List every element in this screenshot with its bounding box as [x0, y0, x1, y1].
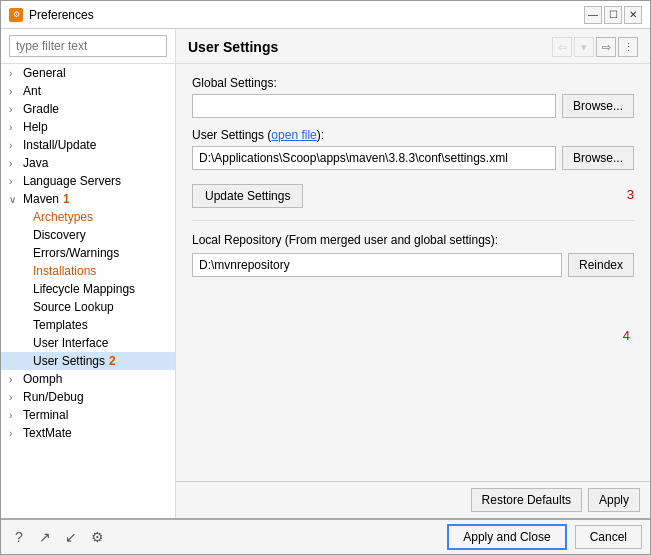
sidebar: › General › Ant › Gradle › Help › Inst — [1, 29, 176, 518]
open-file-link[interactable]: open file — [271, 128, 316, 142]
sidebar-item-lifecycle-mappings[interactable]: Lifecycle Mappings — [1, 280, 175, 298]
sidebar-item-label: Language Servers — [23, 174, 121, 188]
menu-button[interactable]: ⋮ — [618, 37, 638, 57]
maven-badge: 1 — [63, 192, 70, 206]
forward-button[interactable]: ⇨ — [596, 37, 616, 57]
expand-arrow: › — [9, 104, 21, 115]
close-button[interactable]: ✕ — [624, 6, 642, 24]
update-settings-button[interactable]: Update Settings — [192, 184, 303, 208]
sidebar-item-label: Maven — [23, 192, 59, 206]
sidebar-item-label: Install/Update — [23, 138, 96, 152]
tree-area: › General › Ant › Gradle › Help › Inst — [1, 64, 175, 518]
expand-arrow: › — [9, 428, 21, 439]
sidebar-item-label: TextMate — [23, 426, 72, 440]
sidebar-item-ant[interactable]: › Ant — [1, 82, 175, 100]
back-button[interactable]: ⇦ — [552, 37, 572, 57]
expand-arrow: › — [9, 374, 21, 385]
help-icon[interactable]: ? — [9, 527, 29, 547]
sidebar-item-errors-warnings[interactable]: Errors/Warnings — [1, 244, 175, 262]
panel-nav-icons: ⇦ ▾ ⇨ ⋮ — [552, 37, 638, 57]
bottom-icons: ? ↗ ↙ ⚙ — [9, 527, 107, 547]
sidebar-item-label: Oomph — [23, 372, 62, 386]
sidebar-item-label: User Settings — [33, 354, 105, 368]
sidebar-item-label: User Interface — [33, 336, 108, 350]
expand-arrow: › — [9, 68, 21, 79]
import-icon[interactable]: ↙ — [61, 527, 81, 547]
user-settings-badge: 2 — [109, 354, 116, 368]
sidebar-item-label: Run/Debug — [23, 390, 84, 404]
sidebar-item-templates[interactable]: Templates — [1, 316, 175, 334]
main-content: › General › Ant › Gradle › Help › Inst — [1, 29, 650, 518]
right-panel: User Settings ⇦ ▾ ⇨ ⋮ Global Settings: B… — [176, 29, 650, 518]
window-controls: — ☐ ✕ — [584, 6, 642, 24]
panel-title: User Settings — [188, 39, 552, 55]
sidebar-item-label: Lifecycle Mappings — [33, 282, 135, 296]
sidebar-item-label: Installations — [33, 264, 96, 278]
update-row: Update Settings 3 — [192, 180, 634, 208]
user-settings-label: User Settings (open file): — [192, 128, 634, 142]
sidebar-item-user-interface[interactable]: User Interface — [1, 334, 175, 352]
global-settings-row: Global Settings: Browse... — [192, 76, 634, 118]
sidebar-item-gradle[interactable]: › Gradle — [1, 100, 175, 118]
expand-arrow: › — [9, 176, 21, 187]
badge-4: 4 — [192, 328, 634, 343]
sidebar-item-label: Ant — [23, 84, 41, 98]
user-settings-input[interactable] — [192, 146, 556, 170]
sidebar-item-installations[interactable]: Installations — [1, 262, 175, 280]
global-settings-input[interactable] — [192, 94, 556, 118]
expand-arrow: › — [9, 140, 21, 151]
panel-footer: Restore Defaults Apply — [176, 481, 650, 518]
settings-icon[interactable]: ⚙ — [87, 527, 107, 547]
app-icon: ⚙ — [9, 8, 23, 22]
panel-body: Global Settings: Browse... User Settings… — [176, 64, 650, 481]
sidebar-item-label: Source Lookup — [33, 300, 114, 314]
sidebar-item-terminal[interactable]: › Terminal — [1, 406, 175, 424]
update-settings-row: Update Settings 3 — [192, 180, 634, 208]
sidebar-item-help[interactable]: › Help — [1, 118, 175, 136]
sidebar-item-java[interactable]: › Java — [1, 154, 175, 172]
sidebar-item-oomph[interactable]: › Oomph — [1, 370, 175, 388]
user-settings-browse-button[interactable]: Browse... — [562, 146, 634, 170]
section-divider — [192, 220, 634, 221]
sidebar-item-maven[interactable]: ∨ Maven 1 — [1, 190, 175, 208]
apply-button[interactable]: Apply — [588, 488, 640, 512]
panel-header: User Settings ⇦ ▾ ⇨ ⋮ — [176, 29, 650, 64]
expand-arrow: › — [9, 410, 21, 421]
search-input[interactable] — [9, 35, 167, 57]
apply-close-button[interactable]: Apply and Close — [447, 524, 566, 550]
minimize-button[interactable]: — — [584, 6, 602, 24]
expand-arrow: › — [9, 158, 21, 169]
sidebar-item-language-servers[interactable]: › Language Servers — [1, 172, 175, 190]
sidebar-item-textmate[interactable]: › TextMate — [1, 424, 175, 442]
sidebar-item-source-lookup[interactable]: Source Lookup — [1, 298, 175, 316]
sidebar-item-label: General — [23, 66, 66, 80]
bottom-bar: ? ↗ ↙ ⚙ Apply and Close Cancel — [1, 518, 650, 554]
sidebar-item-label: Gradle — [23, 102, 59, 116]
global-settings-label: Global Settings: — [192, 76, 634, 90]
sidebar-item-user-settings[interactable]: User Settings 2 — [1, 352, 175, 370]
user-settings-row: User Settings (open file): Browse... — [192, 128, 634, 170]
sidebar-item-label: Java — [23, 156, 48, 170]
local-repo-row: Local Repository (From merged user and g… — [192, 233, 634, 277]
user-settings-input-row: Browse... — [192, 146, 634, 170]
search-box — [1, 29, 175, 64]
restore-defaults-button[interactable]: Restore Defaults — [471, 488, 582, 512]
sidebar-item-label: Terminal — [23, 408, 68, 422]
nav-dropdown-button[interactable]: ▾ — [574, 37, 594, 57]
sidebar-item-label: Errors/Warnings — [33, 246, 119, 260]
sidebar-item-label: Help — [23, 120, 48, 134]
sidebar-item-discovery[interactable]: Discovery — [1, 226, 175, 244]
title-bar: ⚙ Preferences — ☐ ✕ — [1, 1, 650, 29]
sidebar-item-archetypes[interactable]: Archetypes — [1, 208, 175, 226]
sidebar-item-label: Templates — [33, 318, 88, 332]
local-repo-input[interactable] — [192, 253, 562, 277]
sidebar-item-install-update[interactable]: › Install/Update — [1, 136, 175, 154]
sidebar-item-run-debug[interactable]: › Run/Debug — [1, 388, 175, 406]
cancel-button[interactable]: Cancel — [575, 525, 642, 549]
maximize-button[interactable]: ☐ — [604, 6, 622, 24]
reindex-button[interactable]: Reindex — [568, 253, 634, 277]
export-icon[interactable]: ↗ — [35, 527, 55, 547]
global-settings-browse-button[interactable]: Browse... — [562, 94, 634, 118]
expand-arrow: › — [9, 86, 21, 97]
sidebar-item-general[interactable]: › General — [1, 64, 175, 82]
